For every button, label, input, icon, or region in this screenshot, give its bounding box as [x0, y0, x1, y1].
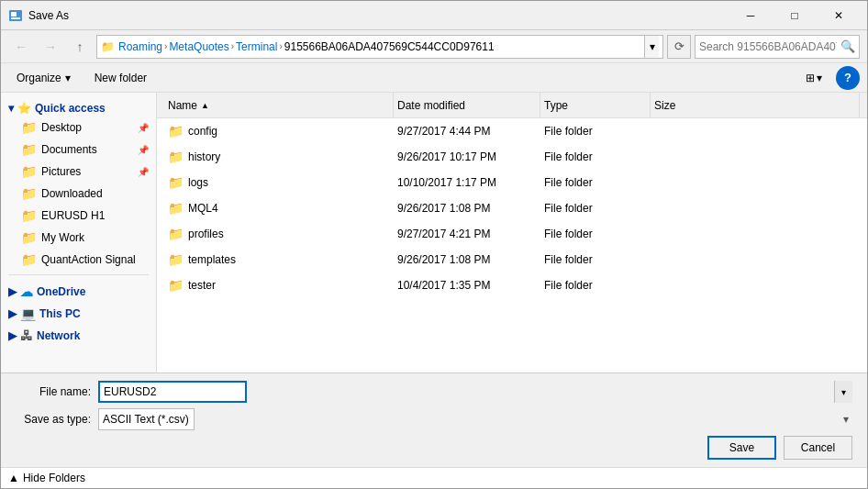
sidebar-item-label: Pictures: [41, 165, 81, 178]
quantaction-icon: 📁: [21, 252, 36, 267]
thispc-header[interactable]: ▶ 💻 This PC: [1, 301, 156, 323]
sidebar-item-quantaction[interactable]: 📁 QuantAction Signal: [1, 249, 156, 271]
row-folder-icon: 📁: [168, 252, 183, 267]
sidebar-item-label: My Work: [41, 231, 84, 244]
file-name: profiles: [188, 228, 224, 240]
onedrive-icon: ☁: [20, 284, 33, 299]
search-icon: 🔍: [840, 39, 855, 53]
col-header-name[interactable]: Name ▲: [164, 93, 394, 118]
file-name: history: [188, 150, 220, 163]
table-row[interactable]: 📁 config 9/27/2017 4:44 PM File folder: [157, 118, 867, 144]
save-button[interactable]: Save: [707, 436, 776, 460]
help-button[interactable]: ?: [836, 66, 860, 90]
thispc-label: This PC: [39, 307, 81, 320]
organize-label: Organize: [17, 72, 61, 84]
breadcrumb-terminal[interactable]: Terminal: [236, 40, 277, 53]
onedrive-arrow: ▶: [8, 285, 17, 298]
savetype-select-wrapper: ASCII Text (*.csv): [98, 408, 852, 430]
row-folder-icon: 📁: [168, 278, 183, 293]
file-type: File folder: [540, 279, 651, 292]
sidebar-item-desktop[interactable]: 📁 Desktop 📌: [1, 117, 156, 139]
savetype-label: Save as type:: [16, 413, 98, 426]
breadcrumb-roaming[interactable]: Roaming: [118, 40, 162, 53]
sidebar-item-downloaded[interactable]: 📁 Downloaded: [1, 183, 156, 205]
quick-access-arrow: ▾: [8, 102, 14, 115]
table-row[interactable]: 📁 history 9/26/2017 10:17 PM File folder: [157, 144, 867, 170]
file-date: 9/26/2017 1:08 PM: [394, 253, 540, 266]
hide-folders-button[interactable]: ▲ Hide Folders: [8, 472, 85, 484]
svg-rect-2: [11, 17, 20, 19]
filename-input[interactable]: [98, 381, 247, 403]
onedrive-header[interactable]: ▶ ☁ OneDrive: [1, 279, 156, 301]
mywork-icon: 📁: [21, 230, 36, 245]
col-header-date[interactable]: Date modified: [394, 93, 540, 118]
cancel-button[interactable]: Cancel: [784, 436, 852, 460]
organize-button[interactable]: Organize ▾: [8, 67, 79, 89]
savetype-select[interactable]: ASCII Text (*.csv): [98, 408, 195, 430]
table-row[interactable]: 📁 templates 9/26/2017 1:08 PM File folde…: [157, 247, 867, 272]
table-row[interactable]: 📁 tester 10/4/2017 1:35 PM File folder: [157, 272, 867, 298]
view-icon: ⊞: [806, 72, 815, 84]
file-name: tester: [188, 279, 216, 292]
table-row[interactable]: 📁 profiles 9/27/2017 4:21 PM File folder: [157, 221, 867, 247]
sidebar-item-label: Desktop: [41, 121, 82, 134]
sidebar-item-documents[interactable]: 📁 Documents 📌: [1, 139, 156, 161]
file-type: File folder: [540, 202, 651, 215]
address-folder-icon: 📁: [101, 40, 115, 53]
downloaded-icon: 📁: [21, 186, 36, 201]
new-folder-label: New folder: [95, 72, 147, 84]
network-header[interactable]: ▶ 🖧 Network: [1, 323, 156, 345]
sidebar-item-label: EURUSD H1: [41, 209, 105, 222]
minimize-button[interactable]: ─: [729, 3, 772, 28]
eurusd-icon: 📁: [21, 208, 36, 223]
pictures-icon: 📁: [21, 164, 36, 179]
row-folder-icon: 📁: [168, 201, 183, 216]
sidebar-item-mywork[interactable]: 📁 My Work: [1, 227, 156, 249]
documents-icon: 📁: [21, 142, 36, 157]
search-input[interactable]: [699, 40, 837, 53]
title-bar: Save As ─ □ ✕: [1, 1, 867, 30]
sidebar-item-label: Downloaded: [41, 187, 103, 200]
file-date: 10/4/2017 1:35 PM: [394, 279, 540, 292]
new-folder-button[interactable]: New folder: [86, 67, 155, 89]
quick-access-header[interactable]: ▾ ⭐ Quick access: [1, 96, 156, 117]
table-row[interactable]: 📁 MQL4 9/26/2017 1:08 PM File folder: [157, 195, 867, 221]
file-date: 9/26/2017 10:17 PM: [394, 150, 540, 163]
up-button[interactable]: ↑: [67, 35, 93, 59]
filename-label: File name:: [16, 385, 98, 398]
table-row[interactable]: 📁 logs 10/10/2017 1:17 PM File folder: [157, 170, 867, 195]
view-button[interactable]: ⊞ ▾: [799, 67, 829, 89]
breadcrumb-metaquotes[interactable]: MetaQuotes: [169, 40, 228, 53]
close-button[interactable]: ✕: [818, 3, 860, 28]
column-headers: Name ▲ Date modified Type Size: [157, 93, 867, 118]
pin-icon: 📌: [138, 145, 149, 155]
breadcrumb-current: 915566BA06ADA407569C544CC0D97611: [284, 40, 495, 53]
quick-access-star-icon: ⭐: [17, 102, 31, 115]
file-type: File folder: [540, 253, 651, 266]
col-header-size[interactable]: Size: [651, 93, 860, 118]
bottom-area: File name: ▾ Save as type: ASCII Text (*…: [1, 372, 867, 467]
file-name: MQL4: [188, 202, 218, 215]
sidebar-item-pictures[interactable]: 📁 Pictures 📌: [1, 161, 156, 183]
forward-button[interactable]: →: [38, 35, 63, 59]
file-type: File folder: [540, 125, 651, 138]
file-date: 9/27/2017 4:21 PM: [394, 228, 540, 240]
address-bar[interactable]: 📁 Roaming › MetaQuotes › Terminal › 9155…: [96, 35, 663, 59]
back-button[interactable]: ←: [8, 35, 34, 59]
search-box[interactable]: 🔍: [695, 35, 860, 59]
maximize-button[interactable]: □: [773, 3, 816, 28]
hide-folders-label: Hide Folders: [23, 472, 85, 484]
col-header-type[interactable]: Type: [540, 93, 651, 118]
file-list-scroll[interactable]: 📁 config 9/27/2017 4:44 PM File folder 📁…: [157, 118, 867, 372]
bottom-footer: ▲ Hide Folders: [1, 467, 867, 488]
row-folder-icon: 📁: [168, 175, 183, 190]
sidebar-item-label: QuantAction Signal: [41, 253, 136, 266]
sidebar-item-eurusd[interactable]: 📁 EURUSD H1: [1, 205, 156, 227]
file-type: File folder: [540, 150, 651, 163]
refresh-button[interactable]: ⟳: [667, 35, 691, 59]
quick-access-label: Quick access: [35, 102, 106, 115]
filename-dropdown[interactable]: ▾: [834, 381, 852, 403]
address-dropdown-button[interactable]: ▾: [644, 35, 659, 59]
save-label: Save: [729, 441, 754, 454]
sidebar-item-label: Documents: [41, 143, 97, 156]
